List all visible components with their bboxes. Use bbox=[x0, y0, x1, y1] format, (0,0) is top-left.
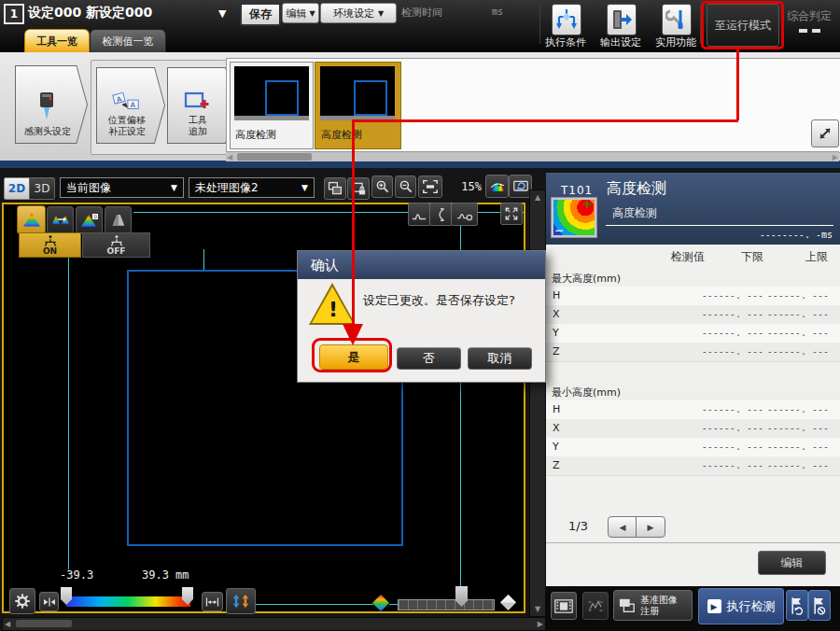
result-tool-subtitle: 高度检测 bbox=[612, 205, 657, 221]
result-header-rule bbox=[606, 225, 833, 226]
scroll-right-icon[interactable]: ▶ bbox=[833, 152, 838, 162]
table-row: Y ------. --- ------. --- bbox=[546, 324, 840, 344]
zoom-out-button[interactable] bbox=[395, 175, 416, 198]
output-setting-label: 输出设定 bbox=[593, 35, 649, 49]
gray-diamond-icon bbox=[500, 595, 516, 610]
col-header-upper: 上限 bbox=[793, 249, 840, 265]
color-range-slider[interactable] bbox=[66, 596, 190, 607]
image-type-dropdown[interactable]: 未处理图像2 ▼ bbox=[189, 177, 315, 198]
scroll-up-icon[interactable]: ▲ bbox=[530, 192, 545, 203]
profile-gear-icon bbox=[455, 207, 474, 222]
tool-thumbnail-selected[interactable]: 高度检测 bbox=[315, 62, 401, 149]
window-layout-button[interactable] bbox=[324, 177, 346, 200]
mode-2d-button[interactable]: 2D bbox=[4, 177, 30, 200]
table-row: Z ------. --- ------. --- bbox=[546, 456, 840, 476]
scroll-left-icon[interactable]: ◀ bbox=[5, 619, 10, 629]
panel-separator bbox=[546, 542, 840, 543]
tool-strip-bottom-rule bbox=[0, 161, 840, 168]
color-scale-settings-button[interactable] bbox=[9, 588, 35, 614]
setting-title[interactable]: 设定000 新设定000 bbox=[28, 5, 152, 21]
dialog-no-button[interactable]: 否 bbox=[397, 347, 461, 370]
mode-3d-button[interactable]: 3D bbox=[29, 177, 55, 200]
display-gray-button[interactable] bbox=[105, 206, 132, 233]
thumbnail-scrollbar[interactable]: ◀ ▶ bbox=[226, 151, 839, 161]
tool-id: T101 bbox=[561, 184, 593, 197]
updown-adjust-button[interactable] bbox=[226, 588, 256, 614]
offset-slider-track[interactable] bbox=[398, 599, 495, 610]
output-setting-button[interactable] bbox=[607, 4, 637, 35]
range-compress-button[interactable] bbox=[39, 592, 59, 611]
zoom-in-button[interactable] bbox=[371, 175, 393, 198]
minus-mark: − bbox=[554, 224, 564, 237]
viewport-hscrollbar[interactable]: ◀ ▶ bbox=[2, 617, 546, 631]
run-detect-label: 执行检测 bbox=[727, 598, 776, 615]
profile-vertical-button[interactable] bbox=[429, 203, 452, 226]
dialog-title: 确认 bbox=[311, 257, 339, 274]
result-time-value: --------. -ms bbox=[709, 230, 833, 240]
height-marker-rainbow-diamond bbox=[372, 595, 389, 615]
trigger-retry-button[interactable] bbox=[786, 590, 808, 621]
scroll-down-icon[interactable]: ▼ bbox=[530, 604, 545, 614]
scroll-left-icon[interactable]: ◀ bbox=[227, 152, 232, 162]
stage-display-off-button[interactable]: OFF bbox=[82, 232, 150, 258]
exec-condition-button[interactable] bbox=[552, 4, 581, 35]
scrollbar-thumb[interactable] bbox=[16, 620, 72, 627]
caret-down-icon: ▼ bbox=[309, 9, 315, 18]
row-label: H bbox=[553, 289, 560, 301]
image-source-dropdown[interactable]: 当前图像 ▼ bbox=[60, 177, 184, 198]
filmstrip-button[interactable] bbox=[551, 592, 577, 620]
table-row: X ------. --- ------. --- bbox=[546, 305, 840, 325]
strip-expand-button[interactable] bbox=[811, 119, 839, 147]
page-prev-button[interactable]: ◀ bbox=[608, 516, 637, 538]
expand-width-icon bbox=[205, 596, 219, 608]
display-zero-plane-button[interactable]: 0 bbox=[76, 206, 103, 233]
environment-menu-button[interactable]: 环境设定▼ bbox=[320, 3, 397, 23]
reference-image-icon bbox=[618, 597, 637, 614]
stage-display-on-button[interactable]: ON bbox=[19, 232, 81, 258]
tab-tool-list[interactable]: 工具一览 bbox=[24, 29, 90, 53]
range-expand-button[interactable] bbox=[202, 592, 223, 611]
edit-menu-button[interactable]: 编辑▼ bbox=[282, 3, 319, 23]
viewport-fullscreen-button[interactable] bbox=[500, 203, 523, 225]
cascade-windows-icon bbox=[328, 181, 343, 196]
profile-settings-button[interactable] bbox=[451, 203, 478, 226]
page-next-button[interactable]: ▶ bbox=[636, 516, 665, 538]
table-row: X ------. --- ------. --- bbox=[546, 419, 840, 439]
run-detect-button[interactable]: ▶ 执行检测 bbox=[698, 588, 784, 624]
svg-text:0: 0 bbox=[93, 214, 97, 219]
zoom-level-value: 15% bbox=[452, 180, 482, 193]
profile-monitor-button[interactable] bbox=[582, 592, 609, 620]
color-display-button[interactable] bbox=[485, 175, 509, 198]
save-button[interactable]: 保存 bbox=[240, 3, 281, 26]
scroll-right-icon[interactable]: ▶ bbox=[538, 619, 543, 629]
setting-dropdown-caret-icon[interactable]: ▼ bbox=[218, 7, 226, 20]
utility-button[interactable] bbox=[662, 4, 692, 35]
trigger-disable-button[interactable] bbox=[808, 590, 831, 621]
window-lock-button[interactable] bbox=[347, 177, 370, 200]
table-row: H ------. --- ------. --- bbox=[546, 400, 840, 420]
display-height-color-button[interactable] bbox=[17, 205, 46, 234]
tool-thumbnail[interactable]: 高度检测 bbox=[230, 62, 314, 149]
dialog-cancel-button[interactable]: 取消 bbox=[468, 347, 532, 370]
scrollbar-thumb[interactable] bbox=[237, 153, 312, 161]
sensor-head-button[interactable]: 感测头设定 bbox=[15, 65, 88, 144]
tab-value-list[interactable]: 检测值一览 bbox=[90, 29, 166, 53]
judge-dash bbox=[799, 29, 807, 33]
zoom-fit-button[interactable] bbox=[418, 175, 442, 198]
page-indicator: 1/3 bbox=[568, 519, 588, 533]
profile-display-button[interactable] bbox=[408, 203, 430, 226]
setting-badge: 1 bbox=[4, 4, 24, 24]
row-upper: ------. --- bbox=[719, 404, 829, 414]
row-upper: ------. --- bbox=[719, 423, 829, 433]
dialog-title-bar[interactable]: 确认 bbox=[298, 251, 545, 279]
profile-curve-icon bbox=[411, 207, 427, 222]
display-compare-button[interactable] bbox=[47, 206, 74, 233]
row-upper: ------. --- bbox=[719, 328, 829, 338]
plus-mark: + bbox=[582, 197, 593, 211]
warning-icon: ! bbox=[309, 283, 356, 326]
register-reference-button[interactable]: 基准图像注册 bbox=[613, 590, 693, 621]
offset-correction-button[interactable]: A A 位置偏移补正设定 bbox=[96, 67, 165, 144]
environment-menu-label: 环境设定 bbox=[333, 7, 374, 21]
branch-arrows-icon bbox=[555, 7, 578, 32]
edit-button[interactable]: 编辑 bbox=[758, 551, 826, 575]
